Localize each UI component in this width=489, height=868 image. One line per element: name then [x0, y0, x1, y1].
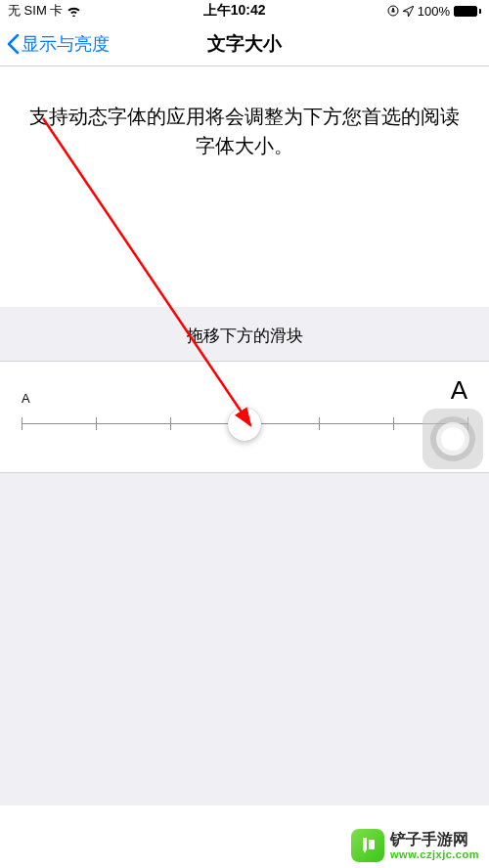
watermark-logo-icon — [351, 829, 384, 862]
slider-max-label: A — [451, 375, 467, 406]
watermark-url: www.czjxjc.com — [390, 848, 479, 860]
watermark-name: 铲子手游网 — [390, 831, 479, 848]
carrier-label: 无 SIM 卡 — [8, 2, 63, 20]
slider-tick — [170, 417, 171, 430]
orientation-lock-icon — [387, 5, 399, 17]
chevron-left-icon — [6, 33, 20, 55]
text-size-slider-block: A A — [0, 361, 489, 473]
battery-icon — [454, 6, 481, 17]
slider-tick — [22, 417, 22, 430]
battery-percent: 100% — [418, 4, 450, 19]
page-title: 文字大小 — [207, 31, 282, 57]
slider-tick — [319, 417, 320, 430]
wifi-icon — [67, 6, 81, 17]
slider-tick — [393, 417, 394, 430]
back-label: 显示与亮度 — [22, 32, 110, 56]
status-bar: 无 SIM 卡 上午10:42 100% — [0, 0, 489, 22]
description-text: 支持动态字体的应用将会调整为下方您首选的阅读字体大小。 — [25, 102, 464, 160]
location-icon — [403, 6, 414, 17]
slider-tick — [96, 417, 97, 430]
assistive-touch-button[interactable] — [422, 409, 483, 469]
description-block: 支持动态字体的应用将会调整为下方您首选的阅读字体大小。 — [0, 66, 489, 307]
slider-labels: A A — [22, 375, 467, 406]
back-button[interactable]: 显示与亮度 — [0, 32, 110, 56]
text-size-slider[interactable] — [22, 410, 467, 439]
content: 支持动态字体的应用将会调整为下方您首选的阅读字体大小。 拖移下方的滑块 A A — [0, 66, 489, 805]
slider-thumb[interactable] — [228, 408, 261, 441]
empty-area — [0, 473, 489, 805]
slider-min-label: A — [22, 391, 30, 406]
svg-rect-2 — [369, 840, 375, 849]
status-right: 100% — [387, 4, 481, 19]
status-time: 上午10:42 — [203, 2, 266, 20]
status-left: 无 SIM 卡 — [8, 2, 81, 20]
drag-instruction: 拖移下方的滑块 — [0, 307, 489, 361]
watermark: 铲子手游网 www.czjxjc.com — [351, 829, 479, 862]
nav-bar: 显示与亮度 文字大小 — [0, 22, 489, 66]
